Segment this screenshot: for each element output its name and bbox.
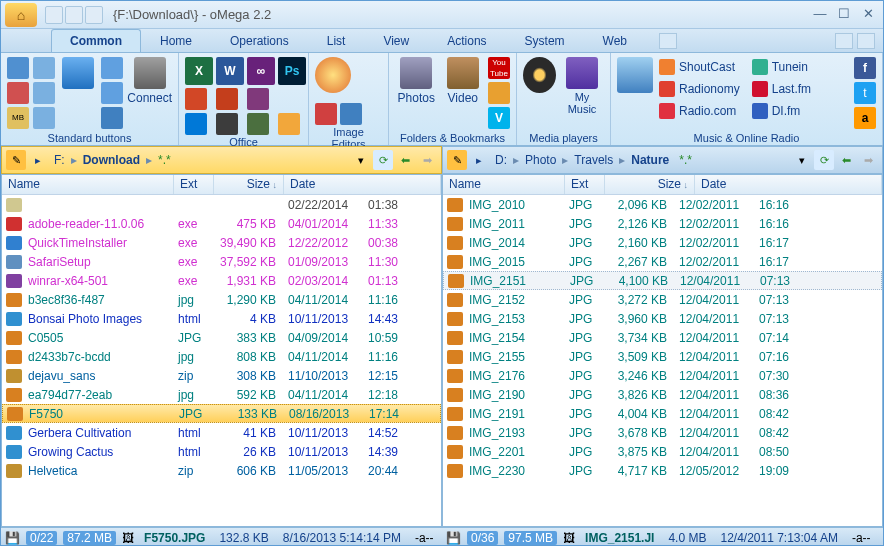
file-row[interactable]: IMG_2230JPG4,717 KB12/05/201219:09 xyxy=(443,461,882,480)
ribbon-button[interactable] xyxy=(185,88,207,110)
pin-icon[interactable] xyxy=(62,57,94,89)
ribbon-button[interactable] xyxy=(216,88,238,110)
ribbon-button[interactable] xyxy=(340,103,362,125)
difm-link[interactable]: DI.fm xyxy=(750,101,835,121)
aimp-icon[interactable] xyxy=(523,57,556,93)
radiocom-link[interactable]: Radio.com xyxy=(657,101,742,121)
path-dropdown-icon[interactable]: ▸ xyxy=(469,150,489,170)
file-row[interactable]: dejavu_sanszip308 KB11/10/201312:15 xyxy=(2,366,441,385)
radionomy-link[interactable]: Radionomy xyxy=(657,79,742,99)
file-row[interactable]: IMG_2190JPG3,826 KB12/04/201108:36 xyxy=(443,385,882,404)
edit-path-icon[interactable]: ✎ xyxy=(6,150,26,170)
visualstudio-icon[interactable]: ∞ xyxy=(247,57,275,85)
path-dropdown-icon[interactable]: ▸ xyxy=(28,150,48,170)
excel-icon[interactable]: X xyxy=(185,57,213,85)
forward-icon[interactable]: ➡ xyxy=(858,150,878,170)
file-row[interactable]: ea794d77-2eabjpg592 KB04/11/201412:18 xyxy=(2,385,441,404)
ribbon-button[interactable] xyxy=(216,113,238,135)
file-row[interactable]: 02/22/201401:38 xyxy=(2,195,441,214)
ribbon-button[interactable] xyxy=(315,103,337,125)
palette-icon[interactable] xyxy=(315,57,351,93)
qat-dropdown[interactable] xyxy=(85,6,103,24)
refresh-icon[interactable]: ⟳ xyxy=(814,150,834,170)
back-icon[interactable]: ⬅ xyxy=(836,150,856,170)
file-row[interactable]: C0505JPG383 KB04/09/201410:59 xyxy=(2,328,441,347)
file-row[interactable]: IMG_2193JPG3,678 KB12/04/201108:42 xyxy=(443,423,882,442)
file-row[interactable]: Growing Cactushtml26 KB10/11/201314:39 xyxy=(2,442,441,461)
file-list[interactable]: IMG_2010JPG2,096 KB12/02/201116:16IMG_20… xyxy=(443,195,882,526)
tab-system[interactable]: System xyxy=(506,29,584,52)
word-icon[interactable]: W xyxy=(216,57,244,85)
file-row[interactable]: IMG_2176JPG3,246 KB12/04/201107:30 xyxy=(443,366,882,385)
path-drive[interactable]: F: xyxy=(50,153,69,167)
connect-button[interactable]: Connect xyxy=(127,57,172,105)
path-history-icon[interactable]: ▾ xyxy=(792,150,812,170)
file-row[interactable]: IMG_2151JPG4,100 KB12/04/201107:13 xyxy=(443,271,882,290)
vimeo-icon[interactable]: V xyxy=(488,107,510,129)
ribbon-button[interactable] xyxy=(488,82,510,104)
facebook-icon[interactable]: f xyxy=(854,57,876,79)
back-icon[interactable]: ⬅ xyxy=(395,150,415,170)
minimize-button[interactable]: — xyxy=(809,6,831,24)
ribbon-button[interactable] xyxy=(101,57,123,79)
photoshop-icon[interactable]: Ps xyxy=(278,57,306,85)
path-filter[interactable]: *.* xyxy=(675,153,696,167)
photos-button[interactable]: Photos xyxy=(395,57,438,105)
app-icon[interactable]: ⌂ xyxy=(5,3,37,27)
qat-button[interactable] xyxy=(45,6,63,24)
file-row[interactable]: IMG_2015JPG2,267 KB12/02/201116:17 xyxy=(443,252,882,271)
new-tab-icon[interactable] xyxy=(659,33,677,49)
ribbon-button[interactable] xyxy=(33,82,55,104)
file-row[interactable]: F5750JPG133 KB08/16/201317:14 xyxy=(2,404,441,423)
path-segment[interactable]: Photo xyxy=(521,153,560,167)
file-row[interactable]: d2433b7c-bcddjpg808 KB04/11/201411:16 xyxy=(2,347,441,366)
file-row[interactable]: IMG_2201JPG3,875 KB12/04/201108:50 xyxy=(443,442,882,461)
file-row[interactable]: IMG_2152JPG3,272 KB12/04/201107:13 xyxy=(443,290,882,309)
ribbon-button[interactable] xyxy=(278,113,300,135)
close-button[interactable]: ✕ xyxy=(857,6,879,24)
col-size[interactable]: Size xyxy=(214,175,284,194)
ribbon-button[interactable] xyxy=(101,82,123,104)
tab-home[interactable]: Home xyxy=(141,29,211,52)
file-row[interactable]: Bonsai Photo Imageshtml4 KB10/11/201314:… xyxy=(2,309,441,328)
col-name[interactable]: Name xyxy=(2,175,174,194)
ribbon-button[interactable] xyxy=(33,107,55,129)
amazon-icon[interactable]: a xyxy=(854,107,876,129)
file-row[interactable]: IMG_2155JPG3,509 KB12/04/201107:16 xyxy=(443,347,882,366)
file-list[interactable]: 02/22/201401:38adobe-reader-11.0.06exe47… xyxy=(2,195,441,526)
qat-button[interactable] xyxy=(65,6,83,24)
file-row[interactable]: IMG_2191JPG4,004 KB12/04/201108:42 xyxy=(443,404,882,423)
link-icon[interactable] xyxy=(835,33,853,49)
tab-list[interactable]: List xyxy=(308,29,365,52)
file-row[interactable]: winrar-x64-501exe1,931 KB02/03/201401:13 xyxy=(2,271,441,290)
tab-actions[interactable]: Actions xyxy=(428,29,505,52)
file-row[interactable]: Gerbera Cultivationhtml41 KB10/11/201314… xyxy=(2,423,441,442)
maximize-button[interactable]: ☐ xyxy=(833,6,855,24)
shoutcast-link[interactable]: ShoutCast xyxy=(657,57,742,77)
path-segment[interactable]: Travels xyxy=(570,153,617,167)
radio-icon[interactable] xyxy=(617,57,653,93)
col-ext[interactable]: Ext xyxy=(565,175,605,194)
file-row[interactable]: Helveticazip606 KB11/05/201320:44 xyxy=(2,461,441,480)
edit-path-icon[interactable]: ✎ xyxy=(447,150,467,170)
col-size[interactable]: Size xyxy=(605,175,695,194)
tunein-link[interactable]: Tunein xyxy=(750,57,835,77)
path-filter[interactable]: *.* xyxy=(154,153,175,167)
refresh-icon[interactable]: ⟳ xyxy=(373,150,393,170)
path-drive[interactable]: D: xyxy=(491,153,511,167)
forward-icon[interactable]: ➡ xyxy=(417,150,437,170)
col-ext[interactable]: Ext xyxy=(174,175,214,194)
tab-web[interactable]: Web xyxy=(584,29,646,52)
save-icon[interactable] xyxy=(101,107,123,129)
file-row[interactable]: adobe-reader-11.0.06exe475 KB04/01/20141… xyxy=(2,214,441,233)
col-date[interactable]: Date xyxy=(284,175,441,194)
video-button[interactable]: Video xyxy=(442,57,485,105)
file-row[interactable]: IMG_2010JPG2,096 KB12/02/201116:16 xyxy=(443,195,882,214)
file-row[interactable]: b3ec8f36-f487jpg1,290 KB04/11/201411:16 xyxy=(2,290,441,309)
ribbon-button[interactable] xyxy=(7,82,29,104)
tab-view[interactable]: View xyxy=(364,29,428,52)
ribbon-button[interactable] xyxy=(185,113,207,135)
ribbon-button[interactable]: MB xyxy=(7,107,29,129)
file-row[interactable]: IMG_2153JPG3,960 KB12/04/201107:13 xyxy=(443,309,882,328)
file-row[interactable]: IMG_2154JPG3,734 KB12/04/201107:14 xyxy=(443,328,882,347)
